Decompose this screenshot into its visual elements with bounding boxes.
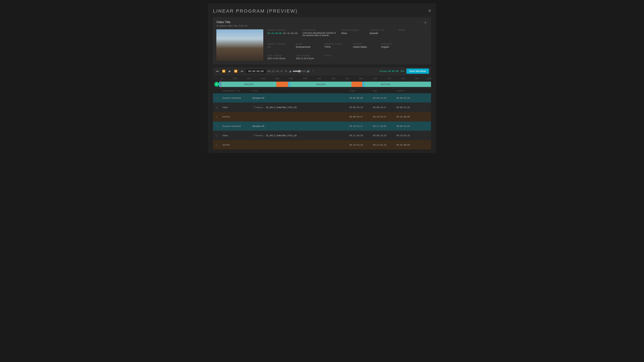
timeline-block-green-4[interactable] xyxy=(407,82,431,87)
parental-rating-group: PARENTAL RATING TVPG xyxy=(324,43,348,50)
ruler-mark-12: 12:00 xyxy=(303,78,307,79)
timeline-block-green-1[interactable]: 00:08:29;28 xyxy=(221,82,276,87)
component-list: ☰ Dynamic Interstitial Bumpers 30 00:00:… xyxy=(213,93,431,149)
modal-title: LINEAR PROGRAM (PREVIEW) xyxy=(213,8,431,14)
ruler-mark-18: 18:00 xyxy=(345,78,349,79)
language-value: English xyxy=(381,45,405,48)
ruler-mark-14: 14:00 xyxy=(317,78,321,79)
row-6-more-button[interactable]: ··· xyxy=(420,143,428,147)
table-row[interactable]: ☰ Ad Pod 00:08:59;27 00:10:59;27 00:02:0… xyxy=(213,112,431,121)
row-6-length: 00:02:00;00 xyxy=(396,144,420,146)
timeline-block-cyan-3[interactable] xyxy=(362,82,364,87)
ruler-mark-6: 06:00 xyxy=(261,78,265,79)
drag-handle-icon[interactable]: ☰ xyxy=(216,134,222,137)
ruler-mark-0: 00 xyxy=(221,78,223,79)
drag-handle-icon[interactable]: ☰ xyxy=(216,125,222,128)
date-created-value: 2022-11-29 4:26 pm xyxy=(267,57,291,60)
timecode-display: 00:00:00;00 xyxy=(246,69,266,73)
ruler-mark-4: 04:00 xyxy=(247,78,251,79)
add-component-button[interactable]: + xyxy=(214,82,219,87)
row-4-more-button[interactable]: ··· xyxy=(420,124,428,128)
modal-container: LINEAR PROGRAM (PREVIEW) × Video Title 2… xyxy=(208,3,436,153)
row-5-title: F Frequency 22_441-2_VideoTitle_TV14_US xyxy=(252,134,350,137)
timeline-block-cyan-2[interactable] xyxy=(288,82,290,87)
edit-video-button[interactable]: ✎ xyxy=(422,20,428,26)
drag-handle-icon[interactable]: ☰ xyxy=(216,115,222,118)
timeline-block-green-3[interactable]: 00:07:29;28 xyxy=(364,82,407,87)
timeline-container: 00 02:00 04:00 06:00 08:00 10:00 12:00 1… xyxy=(213,75,431,149)
last-updated-label: LAST UPDATED xyxy=(296,55,319,57)
row-2-title: F Frequency 22_441-2_VideoTitle_TV14_US xyxy=(252,106,350,109)
status-label: STATUS xyxy=(324,55,348,57)
row-5-more-button[interactable]: ··· xyxy=(420,134,428,137)
table-row[interactable]: ☰ Ad Pod 00:19:59;28 00:21:59;28 00:02:0… xyxy=(213,140,431,149)
row-2-more-button[interactable]: ··· xyxy=(420,106,428,109)
last-updated-group: LAST UPDATED 2022-11-29 4:26 pm xyxy=(296,55,319,61)
ad-load-label: Ad load: xyxy=(379,70,388,72)
length-header: LENGTH xyxy=(396,90,420,92)
ruler-marks-container: 00 02:00 04:00 06:00 08:00 10:00 12:00 1… xyxy=(221,75,431,80)
table-row[interactable]: ☰ Video F Frequency 22_441-2_VideoTitle_… xyxy=(213,103,431,112)
enter-edit-mode-button[interactable]: Enter Edit Mode xyxy=(406,68,429,74)
language-group: LANGUAGE English xyxy=(381,43,405,50)
date-created-label: DATE CREATED xyxy=(267,55,291,57)
end-header: END xyxy=(373,90,396,92)
play-button[interactable]: ▶ xyxy=(228,69,232,73)
row-1-start: 00:00:00;00 xyxy=(350,97,373,99)
content-type-group: CONTENT TYPE Episode xyxy=(370,29,393,38)
drag-handle-icon[interactable]: ☰ xyxy=(216,144,222,146)
ruler-mark-8: 08:00 xyxy=(275,78,279,79)
wave-low-icon: 🔉 xyxy=(289,70,292,72)
row-3-length: 00:02:00;00 xyxy=(396,116,420,118)
close-button[interactable]: × xyxy=(428,8,431,13)
video-title: Video Title xyxy=(216,20,428,24)
ruler-mark-22: 22:00 xyxy=(373,78,377,79)
country-group: COUNTRY United States xyxy=(353,43,376,50)
volume-slider[interactable] xyxy=(293,70,306,72)
content-format-value: Show xyxy=(341,32,364,34)
language-label: LANGUAGE xyxy=(381,43,405,45)
timeline-block-orange-1[interactable] xyxy=(276,82,288,87)
target-duration-label: TARGET DURATION xyxy=(267,29,298,31)
last-updated-value: 2022-11-29 4:26 pm xyxy=(296,57,319,60)
row-1-length: 00:00:29;29 xyxy=(396,97,420,99)
chevron-up-button[interactable]: ⌃ xyxy=(311,69,315,73)
video-metadata-section: Video Title 22_Internal_Video_Title_TV14… xyxy=(213,17,431,64)
target-duration-group: TARGET DURATION 00:30:00;00 00:30:00;00 xyxy=(267,29,298,38)
row-5-end: 00:08:29;28 xyxy=(373,134,396,137)
timeline-blocks-row: + 00:08:29;28 00:08:29;28 xyxy=(213,80,431,88)
timeline-block-orange-2[interactable] xyxy=(352,82,362,87)
row-1-more-button[interactable]: ··· xyxy=(420,96,428,100)
video-thumbnail xyxy=(216,29,263,61)
series-group: SERIES - xyxy=(398,29,422,38)
pencil-tool-button[interactable]: ✎ xyxy=(284,69,288,73)
timeline-block-green-2[interactable]: 00:08:29;28 xyxy=(290,82,352,87)
season-episode-label: SEASON / EPISODE xyxy=(267,43,291,45)
ad-load-info: Ad load: 00:00:00 (0%) xyxy=(379,70,405,72)
drag-handle-icon[interactable]: ☰ xyxy=(216,106,222,109)
row-5-type: Video xyxy=(222,134,252,137)
skip-back-button[interactable]: ⏮ xyxy=(215,69,220,73)
title-header: TITLE xyxy=(252,90,350,92)
ruler-mark-20: 20:00 xyxy=(359,78,363,79)
content-type-value: Episode xyxy=(370,32,393,34)
target-duration-value: 00:30:00;00 00:30:00;00 xyxy=(267,32,298,34)
ruler-mark-2: 02:00 xyxy=(233,78,237,79)
row-3-more-button[interactable]: ··· xyxy=(420,115,428,118)
table-row[interactable]: ☰ Dynamic Interstitial Bumpers 30 00:00:… xyxy=(213,93,431,103)
content-format-label: CONTENT FORMAT xyxy=(341,29,364,31)
table-row[interactable]: ☰ Video F Frequency 22_441-2_VideoTitle_… xyxy=(213,131,431,140)
row-3-end: 00:10:59;27 xyxy=(373,116,396,118)
step-back-button[interactable]: ⏪ xyxy=(221,69,226,73)
row-6-end: 00:21:59;28 xyxy=(373,144,396,146)
status-group: STATUS xyxy=(324,55,348,61)
skip-forward-button[interactable]: ⏭ xyxy=(240,69,244,73)
drag-handle-icon[interactable]: ☰ xyxy=(216,97,222,99)
row-5-length: 00:19:59;28 xyxy=(396,134,420,137)
ad-load-value: 00:00:00 (0%) xyxy=(388,70,405,72)
content-format-group: CONTENT FORMAT Show xyxy=(341,29,364,38)
country-label: COUNTRY xyxy=(353,43,376,45)
start-header: START xyxy=(350,90,373,92)
table-row[interactable]: ☰ Dynamic Interstitial Bumpers 30 00:10:… xyxy=(213,121,431,131)
step-forward-button[interactable]: ⏩ xyxy=(233,69,238,73)
